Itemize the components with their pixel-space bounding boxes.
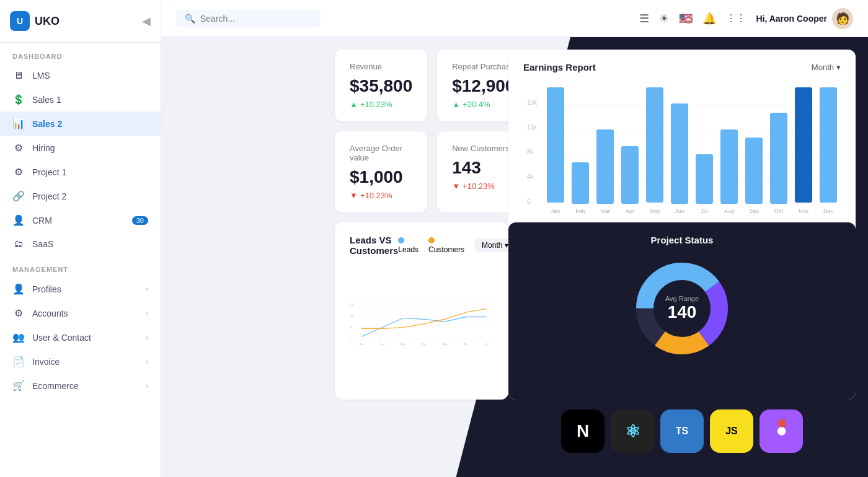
sidebar-item-label: Sales 2 xyxy=(32,119,62,129)
customers-legend-label: Customers xyxy=(428,245,464,254)
theme-icon[interactable]: ☀ xyxy=(659,12,669,25)
svg-text:Oct: Oct xyxy=(774,208,784,214)
earnings-month-dropdown[interactable]: Month ▾ xyxy=(812,63,841,72)
new-customers-change: ▼ +10.23% xyxy=(452,182,515,191)
sidebar-item-accounts[interactable]: ⚙ Accounts › xyxy=(0,301,161,325)
svg-text:Jun: Jun xyxy=(675,208,684,214)
search-bar[interactable]: 🔍 xyxy=(176,10,321,27)
project-status-title: Project Status xyxy=(651,235,714,245)
javascript-icon[interactable]: JS xyxy=(710,409,753,453)
ecommerce-icon: 🛒 xyxy=(12,380,25,392)
svg-text:Sep: Sep xyxy=(749,208,759,214)
invoice-chevron-icon: › xyxy=(146,357,148,366)
svg-text:Sun: Sun xyxy=(380,343,384,346)
repeat-purchase-label: Repeat Purchase xyxy=(452,62,515,71)
sidebar-item-hiring[interactable]: ⚙ Hiring xyxy=(0,136,161,160)
svg-text:Dec: Dec xyxy=(823,208,834,214)
sidebar-item-label: CRM xyxy=(32,216,52,225)
sidebar-item-saas[interactable]: 🗂 SaaS xyxy=(0,232,161,256)
svg-rect-13 xyxy=(621,146,639,204)
svg-rect-20 xyxy=(795,87,812,203)
bell-icon[interactable]: 🔔 xyxy=(702,12,716,25)
sidebar-item-label: User & Contact xyxy=(32,333,91,343)
figma-icon[interactable] xyxy=(760,409,803,453)
leads-legend-label: Leads xyxy=(398,245,418,254)
leads-line-chart: 0 50 100 150 Sat Sun Mon Tue Wed Thu Fri xyxy=(350,261,494,385)
svg-text:Fri: Fri xyxy=(485,343,489,346)
svg-text:Jul: Jul xyxy=(701,208,708,214)
sidebar-item-invoice[interactable]: 📄 Invoice › xyxy=(0,349,161,374)
logo-icon: U xyxy=(10,11,30,31)
avg-order-label: Average Order value xyxy=(350,144,412,162)
donut-avg-label: Avg Range xyxy=(665,295,699,302)
svg-rect-17 xyxy=(720,129,738,204)
customers-legend-item: Customers xyxy=(428,237,464,254)
svg-text:Wed: Wed xyxy=(443,343,448,346)
sidebar-item-crm[interactable]: 👤 CRM 30 xyxy=(0,208,161,232)
svg-text:150: 150 xyxy=(350,304,353,306)
crm-badge: 30 xyxy=(132,216,148,225)
svg-text:Thu: Thu xyxy=(464,343,467,346)
avg-order-change: ▼ +10.23% xyxy=(350,191,412,200)
accounts-icon: ⚙ xyxy=(12,307,25,319)
svg-text:4k: 4k xyxy=(527,173,534,180)
sidebar-item-project2[interactable]: 🔗 Project 2 xyxy=(0,184,161,208)
leads-card: Leads VS Customers Leads Customers M xyxy=(335,222,508,400)
tech-icons-row: N ⚛ TS JS xyxy=(508,409,856,453)
topbar: 🔍 ☰ ☀ 🇺🇸 🔔 ⋮⋮ Hi, Aaron Cooper 🧑 xyxy=(161,0,868,37)
sidebar-item-lms[interactable]: 🖥 LMS xyxy=(0,64,161,87)
typescript-icon[interactable]: TS xyxy=(660,409,704,453)
sidebar-item-label: Accounts xyxy=(32,309,68,318)
saas-icon: 🗂 xyxy=(12,239,25,250)
leads-month-label: Month xyxy=(482,241,502,250)
leads-title: Leads VS Customers xyxy=(350,235,398,256)
sidebar: U UKO ◀ DASHBOARD 🖥 LMS 💲 Sales 1 📊 Sale… xyxy=(0,0,161,477)
project2-icon: 🔗 xyxy=(12,190,25,202)
sidebar-item-sales2[interactable]: 📊 Sales 2 xyxy=(0,112,161,136)
user-contact-chevron-icon: › xyxy=(146,333,148,342)
svg-text:Sat: Sat xyxy=(360,343,364,346)
invoice-icon: 📄 xyxy=(12,356,25,367)
sidebar-item-sales1[interactable]: 💲 Sales 1 xyxy=(0,87,161,112)
nextjs-icon[interactable]: N xyxy=(561,409,604,453)
donut-value: 140 xyxy=(665,302,699,322)
sales2-icon: 📊 xyxy=(12,118,25,129)
customers-dot xyxy=(428,237,435,243)
down-arrow-icon: ▼ xyxy=(452,182,460,191)
grid-icon[interactable]: ⋮⋮ xyxy=(726,12,746,24)
down-arrow-icon: ▼ xyxy=(350,191,358,200)
topbar-right: ☰ ☀ 🇺🇸 🔔 ⋮⋮ Hi, Aaron Cooper 🧑 xyxy=(639,8,853,29)
sidebar-item-profiles[interactable]: 👤 Profiles › xyxy=(0,277,161,301)
svg-rect-11 xyxy=(572,162,589,204)
revenue-card: Revenue $35,800 ▲ +10.23% xyxy=(335,50,427,121)
sidebar-item-label: Invoice xyxy=(32,357,60,367)
profiles-chevron-icon: › xyxy=(146,285,148,294)
collapse-button[interactable]: ◀ xyxy=(142,14,151,28)
donut-chart: Avg Range 140 xyxy=(626,253,738,364)
flag-icon[interactable]: 🇺🇸 xyxy=(679,12,693,25)
dashboard-section-label: DASHBOARD xyxy=(0,43,161,64)
revenue-value: $35,800 xyxy=(350,76,412,96)
leads-legend-item: Leads xyxy=(398,237,418,254)
logo-text: UKO xyxy=(35,15,60,28)
svg-text:Mar: Mar xyxy=(600,208,610,214)
svg-text:Tue: Tue xyxy=(422,343,426,346)
sidebar-item-user-contact[interactable]: 👥 User & Contact › xyxy=(0,325,161,349)
sidebar-item-label: Hiring xyxy=(32,143,55,153)
menu-icon[interactable]: ☰ xyxy=(639,12,649,25)
repeat-purchase-change: ▲ +20.4% xyxy=(452,100,515,109)
avg-order-card: Average Order value $1,000 ▼ +10.23% xyxy=(335,131,427,212)
svg-rect-21 xyxy=(820,87,837,203)
earnings-bar-chart: 0 4k 8k 11k 15k xyxy=(523,80,841,216)
sidebar-item-project1[interactable]: ⚙ Project 1 xyxy=(0,160,161,184)
sidebar-item-label: LMS xyxy=(32,71,50,81)
svg-rect-10 xyxy=(547,87,564,203)
search-input[interactable] xyxy=(200,14,312,24)
user-avatar: 🧑 xyxy=(832,8,853,29)
up-arrow-icon: ▲ xyxy=(452,100,460,109)
react-icon[interactable]: ⚛ xyxy=(611,409,654,453)
user-profile[interactable]: Hi, Aaron Cooper 🧑 xyxy=(756,8,853,29)
sidebar-item-ecommerce[interactable]: 🛒 Ecommerce › xyxy=(0,374,161,398)
revenue-label: Revenue xyxy=(350,62,412,71)
svg-text:Jan: Jan xyxy=(551,208,560,214)
